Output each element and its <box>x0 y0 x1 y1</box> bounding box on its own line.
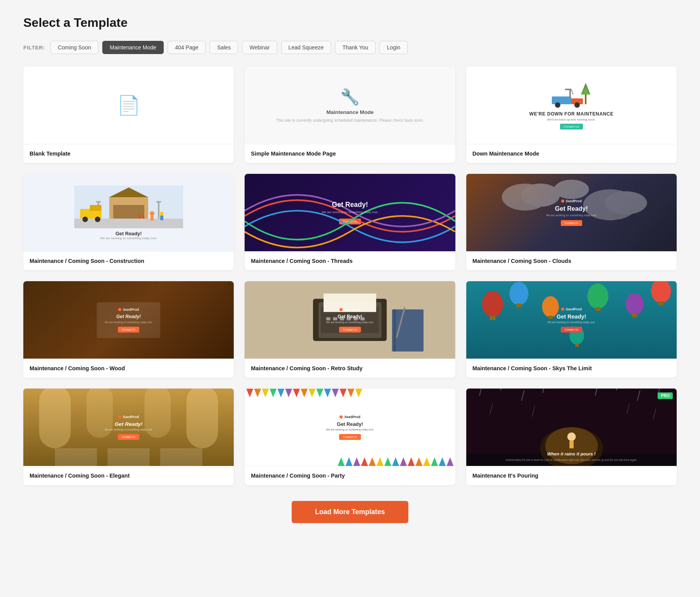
party-flag <box>400 457 407 466</box>
svg-rect-57 <box>595 307 600 311</box>
template-card-down-maintenance[interactable]: WE'RE DOWN FOR MAINTENANCE We'll be back… <box>466 67 677 163</box>
template-preview-party: SeedProd Get Ready! We are working on so… <box>245 389 455 466</box>
template-card-retro-study[interactable]: SeedProd Get Ready! We are working on so… <box>245 281 455 378</box>
seedprod-logo-retro: SeedProd <box>326 308 374 312</box>
template-card-simple-maintenance[interactable]: 🔧 Maintenance Mode This site is currentl… <box>245 67 455 163</box>
when-it-rains-title: When it rains it pours ! <box>506 452 637 456</box>
party-contact-btn[interactable]: Contact Us <box>339 434 361 440</box>
svg-point-56 <box>587 284 608 309</box>
svg-point-81 <box>567 433 576 441</box>
skys-sub: We are working on something really cool. <box>548 321 595 324</box>
skys-contact-btn[interactable]: Contact Us <box>561 327 583 333</box>
template-name-threads: Maintenance / Coming Soon - Threads <box>245 252 455 270</box>
template-card-clouds[interactable]: SeedProd Get Ready! We are working on so… <box>466 174 677 270</box>
filter-btn-404-page[interactable]: 404 Page <box>168 41 206 54</box>
load-more-button[interactable]: Load More Templates <box>292 501 408 523</box>
svg-point-23 <box>150 211 154 216</box>
filter-btn-sales[interactable]: Sales <box>210 41 238 54</box>
seedprod-name-party: SeedProd <box>344 415 360 419</box>
wood-contact-btn[interactable]: Contact Us <box>118 327 140 333</box>
truck-scene <box>548 81 595 108</box>
party-flag <box>301 389 308 397</box>
template-name-skys: Maintenance / Coming Soon - Skys The Lim… <box>466 359 677 378</box>
template-name-clouds: Maintenance / Coming Soon - Clouds <box>466 252 677 270</box>
svg-rect-82 <box>569 441 574 448</box>
seedprod-name-elegant: SeedProd <box>123 415 139 419</box>
svg-rect-20 <box>90 205 102 211</box>
filter-btn-coming-soon[interactable]: Coming Soon <box>51 41 98 54</box>
filter-btn-lead-squeeze[interactable]: Lead Squeeze <box>281 41 331 54</box>
seedprod-dot <box>561 200 564 203</box>
template-card-elegant[interactable]: SeedProd Get Ready! We are working on so… <box>23 389 234 485</box>
maintenance-mode-text: Maintenance Mode <box>326 109 374 115</box>
contact-us-btn[interactable]: Contact Us <box>560 124 583 130</box>
seedprod-name: SeedProd <box>566 199 582 203</box>
seedprod-dot-elegant <box>118 415 121 418</box>
templates-grid: 📄 Blank Template 🔧 Maintenance Mode This… <box>23 67 677 485</box>
template-preview-retro: SeedProd Get Ready! We are working on so… <box>245 281 455 359</box>
party-flag <box>324 389 331 397</box>
filter-btn-maintenance-mode[interactable]: Maintenance Mode <box>102 41 164 54</box>
seedprod-logo-wood: SeedProd <box>105 308 152 312</box>
seedprod-logo-elegant: SeedProd <box>105 415 152 419</box>
down-maintenance-sub: We'll be back up and running soon. <box>547 118 596 121</box>
elegant-contact-btn[interactable]: Contact Us <box>118 434 140 440</box>
svg-rect-26 <box>160 215 163 220</box>
clouds-content: SeedProd Get Ready! We are working on so… <box>546 199 597 226</box>
party-flag <box>262 389 269 397</box>
svg-point-32 <box>604 191 647 215</box>
template-name-blank: Blank Template <box>23 144 234 163</box>
template-preview-simple-maintenance: 🔧 Maintenance Mode This site is currentl… <box>245 67 455 144</box>
elegant-sub: We are working on something really cool. <box>105 428 152 431</box>
wood-card: SeedProd Get Ready! We are working on so… <box>97 302 160 338</box>
elegant-content: SeedProd Get Ready! We are working on so… <box>105 415 152 440</box>
filter-btn-thank-you[interactable]: Thank You <box>335 41 376 54</box>
party-flag <box>439 457 446 466</box>
party-flag <box>346 457 353 466</box>
svg-rect-74 <box>55 448 97 466</box>
svg-rect-18 <box>156 201 161 203</box>
get-ready-threads: Get Ready! <box>332 201 368 209</box>
party-flag <box>332 389 339 397</box>
party-sub: We are working on something really cool. <box>326 428 374 431</box>
party-flag <box>424 457 430 466</box>
party-flag <box>377 457 384 466</box>
svg-point-33 <box>554 180 589 199</box>
svg-point-58 <box>626 293 644 315</box>
party-flag <box>361 457 368 466</box>
template-preview-pouring: PRO <box>466 389 677 466</box>
svg-rect-65 <box>39 389 71 448</box>
party-flag <box>355 389 362 397</box>
template-card-skys[interactable]: SeedProd Get Ready! We are working on so… <box>466 281 677 378</box>
skys-content: SeedProd Get Ready! We are working on so… <box>548 307 595 333</box>
get-ready-retro: Get Ready! <box>326 314 374 319</box>
party-flag <box>354 457 360 466</box>
template-card-wood[interactable]: SeedProd Get Ready! We are working on so… <box>23 281 234 378</box>
pro-badge: PRO <box>658 392 673 399</box>
seedprod-name-wood: SeedProd <box>123 308 139 312</box>
get-ready-construction-sub: We are working on something really cool. <box>100 236 157 240</box>
svg-point-48 <box>482 291 503 317</box>
template-card-blank[interactable]: 📄 Blank Template <box>23 67 234 163</box>
svg-point-22 <box>95 217 100 222</box>
template-preview-elegant: SeedProd Get Ready! We are working on so… <box>23 389 234 466</box>
svg-rect-11 <box>74 219 183 228</box>
template-name-elegant: Maintenance / Coming Soon - Elegant <box>23 466 234 485</box>
template-name-retro-study: Maintenance / Coming Soon - Retro Study <box>245 359 455 378</box>
filter-btn-login[interactable]: Login <box>380 41 408 54</box>
svg-rect-66 <box>187 389 218 448</box>
party-flag <box>277 389 284 397</box>
party-flag <box>385 457 392 466</box>
template-card-party[interactable]: SeedProd Get Ready! We are working on so… <box>245 389 455 485</box>
template-card-pouring[interactable]: PRO <box>466 389 677 485</box>
clouds-contact-btn[interactable]: Contact Us <box>561 220 583 226</box>
seedprod-dot-skys <box>561 308 564 311</box>
svg-point-21 <box>82 217 88 222</box>
template-card-threads[interactable]: Get Ready! We are working on something r… <box>245 174 455 270</box>
filter-btn-webinar[interactable]: Webinar <box>242 41 277 54</box>
template-card-construction[interactable]: Get Ready! We are working on something r… <box>23 174 234 270</box>
load-more-wrapper: Load More Templates <box>23 501 677 523</box>
svg-rect-44 <box>392 310 424 352</box>
retro-contact-btn[interactable]: Contact Us <box>339 327 361 333</box>
template-name-wood: Maintenance / Coming Soon - Wood <box>23 359 234 378</box>
